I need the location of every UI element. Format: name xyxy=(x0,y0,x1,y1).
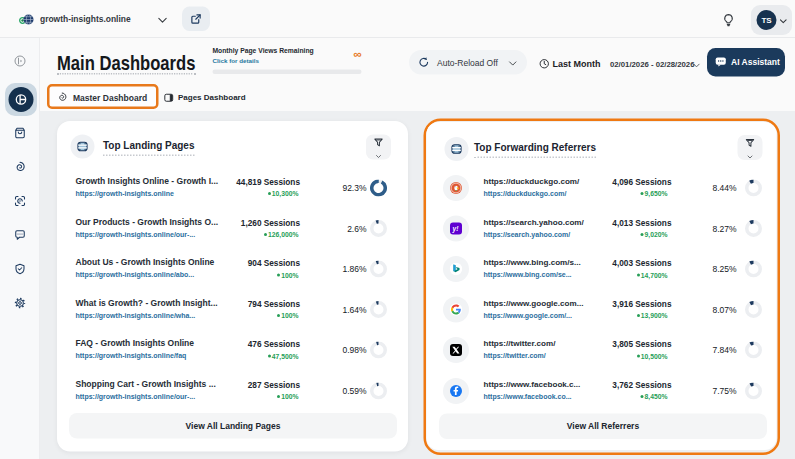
svg-text:y!: y! xyxy=(452,225,460,233)
